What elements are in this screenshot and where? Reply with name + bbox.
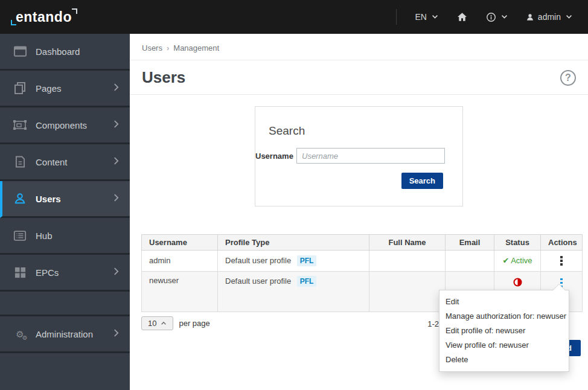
sidebar-item-components[interactable]: Components xyxy=(0,107,130,144)
administration-icon: ⚙⚙ xyxy=(12,330,28,339)
col-full-name: Full Name xyxy=(369,235,446,251)
sidebar-item-label: Administration xyxy=(36,329,93,339)
language-label: EN xyxy=(415,12,426,22)
info-icon xyxy=(486,12,496,22)
kebab-menu-button[interactable] xyxy=(548,254,575,268)
username-search-input[interactable] xyxy=(296,148,445,164)
cell-username: admin xyxy=(142,251,218,272)
col-profile-type: Profile Type xyxy=(218,235,369,251)
menu-item-manage-authorization[interactable]: Manage authorization for: newuser xyxy=(439,309,569,324)
sidebar-item-label: Users xyxy=(36,194,61,204)
language-menu[interactable]: EN xyxy=(410,8,443,25)
users-icon xyxy=(12,192,28,205)
search-panel-title: Search xyxy=(269,124,462,138)
profile-type-text: Default user profile xyxy=(225,256,291,265)
sidebar-item-administration[interactable]: ⚙⚙ Administration xyxy=(0,316,130,353)
page-title: Users xyxy=(142,68,185,87)
main-content: Users › Management Users ? Search Userna… xyxy=(130,34,588,390)
help-button[interactable]: ? xyxy=(560,70,576,86)
breadcrumb-management: Management xyxy=(173,43,219,53)
sidebar-filler xyxy=(0,353,130,390)
breadcrumb-separator-icon: › xyxy=(167,43,169,53)
cell-profile-type: Default user profile PFL xyxy=(218,271,369,312)
chevron-right-icon xyxy=(113,83,119,94)
components-icon xyxy=(12,119,28,131)
sidebar-item-content[interactable]: Content xyxy=(0,144,130,181)
cell-username: newuser xyxy=(142,271,218,312)
pagination-range: 1-2 xyxy=(415,319,439,328)
sidebar-item-epcs[interactable]: EPCs xyxy=(0,255,130,292)
hub-icon xyxy=(12,230,28,241)
col-status: Status xyxy=(494,235,541,251)
cell-email xyxy=(446,251,494,272)
chevron-down-icon xyxy=(501,14,508,19)
row-actions-context-menu: Edit Manage authorization for: newuser E… xyxy=(439,290,569,372)
user-menu[interactable]: admin xyxy=(521,8,577,25)
search-panel: Search Username Search xyxy=(255,106,463,206)
profile-badge: PFL xyxy=(297,255,317,266)
sidebar-item-label: Content xyxy=(36,157,68,167)
menu-item-edit[interactable]: Edit xyxy=(439,295,569,309)
sidebar-item-label: EPCs xyxy=(36,267,59,278)
sidebar-item-label: Components xyxy=(36,120,87,130)
username-label: Username xyxy=(255,152,293,161)
chevron-down-icon xyxy=(566,14,572,19)
col-email: Email xyxy=(446,235,494,251)
navbar-divider xyxy=(396,9,397,25)
home-icon xyxy=(456,11,468,22)
cell-profile-type: Default user profile PFL xyxy=(218,251,369,272)
breadcrumb-users[interactable]: Users xyxy=(142,43,162,53)
status-badge-active: ✔ Active xyxy=(502,256,532,265)
profile-badge: PFL xyxy=(297,276,317,287)
breadcrumb: Users › Management xyxy=(130,34,588,60)
sidebar-item-users[interactable]: Users xyxy=(0,181,130,218)
menu-item-view-profile[interactable]: View profile of: newuser xyxy=(439,338,569,353)
info-menu[interactable] xyxy=(481,8,513,26)
entando-logo[interactable]: entando xyxy=(16,9,72,25)
pages-icon xyxy=(12,82,28,95)
sidebar-item-label: Hub xyxy=(36,231,53,241)
menu-item-delete[interactable]: Delete xyxy=(439,353,569,367)
sidebar: Dashboard Pages Components Content Us xyxy=(0,34,130,390)
question-mark-icon: ? xyxy=(565,72,571,83)
cell-actions xyxy=(541,251,583,272)
chevron-right-icon xyxy=(113,328,119,340)
content-icon xyxy=(12,155,28,168)
cell-full-name xyxy=(369,271,446,312)
sidebar-item-label: Pages xyxy=(36,83,62,94)
menu-item-edit-profile[interactable]: Edit profile of: newuser xyxy=(439,324,569,338)
cell-full-name xyxy=(369,251,446,272)
page-size-select[interactable]: 10 xyxy=(141,316,173,330)
caret-up-icon xyxy=(161,321,167,325)
col-actions: Actions xyxy=(541,235,583,251)
username-label: admin xyxy=(538,12,561,22)
chevron-right-icon xyxy=(113,193,119,205)
chevron-right-icon xyxy=(113,156,119,168)
chevron-right-icon xyxy=(113,120,119,131)
sidebar-item-hub[interactable]: Hub xyxy=(0,218,130,255)
expired-icon xyxy=(513,278,522,287)
dashboard-icon xyxy=(12,45,28,57)
table-header-row: Username Profile Type Full Name Email St… xyxy=(142,235,583,251)
sidebar-item-label: Dashboard xyxy=(36,46,80,57)
sidebar-spacer xyxy=(0,292,130,316)
sidebar-item-dashboard[interactable]: Dashboard xyxy=(0,34,130,71)
home-button[interactable] xyxy=(452,8,473,26)
table-row: admin Default user profile PFL ✔ Active xyxy=(142,251,583,272)
col-username: Username xyxy=(142,235,218,251)
epcs-icon xyxy=(12,266,28,279)
profile-type-text: Default user profile xyxy=(225,277,291,286)
user-icon xyxy=(526,13,534,22)
search-button[interactable]: Search xyxy=(401,173,443,189)
cell-status: ✔ Active xyxy=(494,251,541,272)
per-page-label: per page xyxy=(179,319,209,328)
sidebar-item-pages[interactable]: Pages xyxy=(0,71,130,107)
chevron-down-icon xyxy=(432,14,438,19)
check-icon: ✔ xyxy=(502,256,509,265)
page-size-value: 10 xyxy=(148,319,156,328)
top-navbar: entando EN admin xyxy=(0,0,588,34)
chevron-right-icon xyxy=(113,267,119,278)
